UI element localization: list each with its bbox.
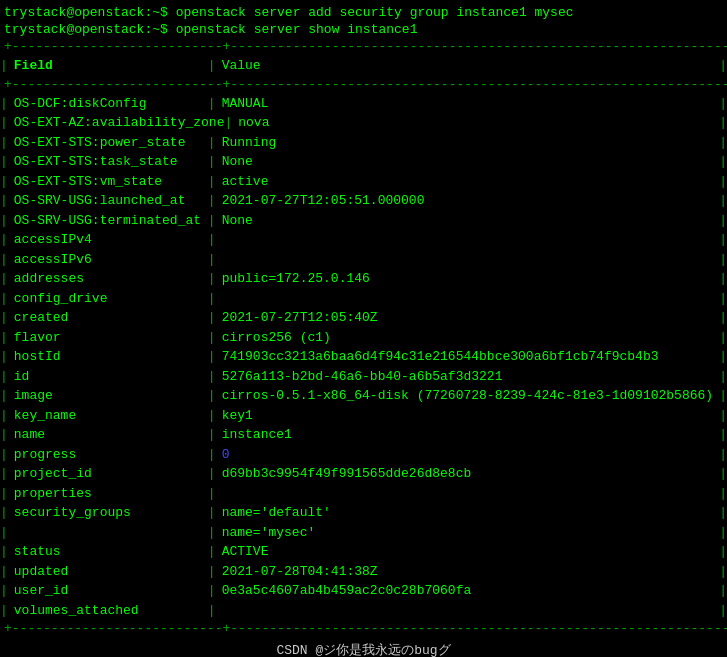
row-value: Running xyxy=(216,133,720,153)
table-row: | key_name| key1 | xyxy=(0,406,727,426)
table-row: | volumes_attached| | xyxy=(0,601,727,621)
row-field: updated xyxy=(8,562,208,582)
row-sep-mid: | xyxy=(208,542,216,562)
table-row: | OS-EXT-STS:power_state| Running | xyxy=(0,133,727,153)
row-sep-left: | xyxy=(0,289,8,309)
row-sep-mid: | xyxy=(208,406,216,426)
row-sep-mid: | xyxy=(208,191,216,211)
row-field: security_groups xyxy=(8,503,208,523)
row-sep-right: | xyxy=(719,328,727,348)
row-sep-right: | xyxy=(719,542,727,562)
table-row: | image| cirros-0.5.1-x86_64-disk (77260… xyxy=(0,386,727,406)
row-field: accessIPv6 xyxy=(8,250,208,270)
table-header-row: | Field | Value | xyxy=(0,56,727,76)
row-value-extra: name='mysec' xyxy=(216,523,720,543)
row-sep-right: | xyxy=(719,562,727,582)
row-sep-right: | xyxy=(719,230,727,250)
row-value: 2021-07-27T12:05:40Z xyxy=(216,308,720,328)
row-sep-right: | xyxy=(719,386,727,406)
row-sep-left: | xyxy=(0,406,8,426)
row-sep-left: | xyxy=(0,113,8,133)
row-sep-mid: | xyxy=(208,562,216,582)
row-value xyxy=(216,250,720,270)
row-sep-mid: | xyxy=(208,133,216,153)
row-field: user_id xyxy=(8,581,208,601)
row-sep-left: | xyxy=(0,425,8,445)
row-sep-right: | xyxy=(719,425,727,445)
table-row: | OS-SRV-USG:terminated_at| None | xyxy=(0,211,727,231)
row-sep-left: | xyxy=(0,269,8,289)
row-value xyxy=(216,230,720,250)
table-row: | config_drive| | xyxy=(0,289,727,309)
row-sep-left: | xyxy=(0,94,8,114)
row-sep-left: | xyxy=(0,367,8,387)
row-sep-right: | xyxy=(719,367,727,387)
row-value: 741903cc3213a6baa6d4f94c31e216544bbce300… xyxy=(216,347,720,367)
row-field: OS-EXT-STS:vm_state xyxy=(8,172,208,192)
row-sep-mid: | xyxy=(208,386,216,406)
row-sep-left: | xyxy=(0,386,8,406)
row-sep-right: | xyxy=(719,308,727,328)
row-sep-mid: | xyxy=(208,445,216,465)
row-value: cirros256 (c1) xyxy=(216,328,720,348)
row-sep-left: | xyxy=(0,347,8,367)
row-sep-right: | xyxy=(719,503,727,523)
row-sep-right: | xyxy=(719,581,727,601)
row-sep-right: | xyxy=(719,133,727,153)
table-row: | flavor| cirros256 (c1) | xyxy=(0,328,727,348)
row-sep-right: | xyxy=(719,523,727,543)
command-line-2: trystack@openstack:~$ openstack server s… xyxy=(0,21,727,38)
row-sep-mid: | xyxy=(208,367,216,387)
row-sep-left: | xyxy=(0,250,8,270)
row-sep-left: | xyxy=(0,484,8,504)
row-field: created xyxy=(8,308,208,328)
table-row: | project_id| d69bb3c9954f49f991565dde26… xyxy=(0,464,727,484)
table-row: | user_id| 0e3a5c4607ab4b459ac2c0c28b706… xyxy=(0,581,727,601)
row-sep-right: | xyxy=(719,250,727,270)
row-sep-mid: | xyxy=(208,269,216,289)
row-value: active xyxy=(216,172,720,192)
row-sep-mid: | xyxy=(208,94,216,114)
row-sep-right: | xyxy=(719,464,727,484)
row-value: 0 xyxy=(216,445,720,465)
table-row: | OS-SRV-USG:launched_at| 2021-07-27T12:… xyxy=(0,191,727,211)
sep-mid: | xyxy=(208,56,216,76)
row-sep-mid: | xyxy=(208,152,216,172)
row-value: key1 xyxy=(216,406,720,426)
table-row: | progress| 0 | xyxy=(0,445,727,465)
row-field: volumes_attached xyxy=(8,601,208,621)
row-value: None xyxy=(216,152,720,172)
row-sep-mid: | xyxy=(208,601,216,621)
row-value xyxy=(216,289,720,309)
table-row: | OS-EXT-AZ:availability_zone| nova | xyxy=(0,113,727,133)
table-row: | name| instance1 | xyxy=(0,425,727,445)
table-row: | accessIPv6| | xyxy=(0,250,727,270)
row-sep-right: | xyxy=(719,172,727,192)
table-row: | security_groups| name='default' | xyxy=(0,503,727,523)
table-row: | id| 5276a113-b2bd-46a6-bb40-a6b5af3d32… xyxy=(0,367,727,387)
row-sep-right: | xyxy=(719,347,727,367)
row-sep-mid: | xyxy=(208,289,216,309)
row-sep-mid: | xyxy=(208,328,216,348)
row-sep-left: | xyxy=(0,133,8,153)
row-sep-left: | xyxy=(0,523,8,543)
row-field: accessIPv4 xyxy=(8,230,208,250)
table-row: | accessIPv4| | xyxy=(0,230,727,250)
row-sep-right: | xyxy=(719,601,727,621)
row-sep-left: | xyxy=(0,581,8,601)
row-value xyxy=(216,484,720,504)
row-value: ACTIVE xyxy=(216,542,720,562)
row-field: flavor xyxy=(8,328,208,348)
row-sep-right: | xyxy=(719,406,727,426)
row-sep-left: | xyxy=(0,503,8,523)
row-sep-mid: | xyxy=(208,308,216,328)
row-field: properties xyxy=(8,484,208,504)
row-sep-right: | xyxy=(719,484,727,504)
row-field: OS-EXT-STS:task_state xyxy=(8,152,208,172)
table-row: | status| ACTIVE | xyxy=(0,542,727,562)
row-field: addresses xyxy=(8,269,208,289)
table-top-border: +---------------------------+-----------… xyxy=(0,38,727,56)
row-sep-right: | xyxy=(719,191,727,211)
row-value: MANUAL xyxy=(216,94,720,114)
row-field: key_name xyxy=(8,406,208,426)
